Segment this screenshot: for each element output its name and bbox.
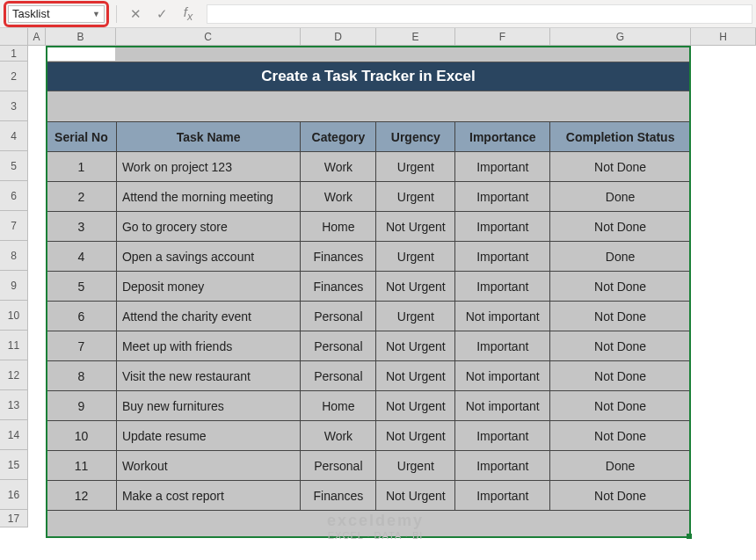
col-header-A[interactable]: A: [28, 28, 46, 45]
cell-importance[interactable]: Not important: [455, 361, 550, 391]
cell-category[interactable]: Personal: [301, 361, 376, 391]
cell-urgency[interactable]: Urgent: [376, 451, 455, 481]
cell-status[interactable]: Not Done: [550, 421, 691, 451]
row-header-4[interactable]: 4: [0, 121, 28, 151]
th-category[interactable]: Category: [301, 122, 376, 152]
cell-urgency[interactable]: Not Urgent: [376, 212, 455, 242]
cell-urgency[interactable]: Urgent: [376, 242, 455, 272]
row-header-14[interactable]: 14: [0, 420, 28, 450]
cancel-icon[interactable]: ✕: [124, 4, 147, 24]
cell-category[interactable]: Personal: [301, 302, 376, 331]
row-header-3[interactable]: 3: [0, 91, 28, 121]
cell-serial[interactable]: 11: [47, 451, 117, 481]
cell-importance[interactable]: Important: [455, 212, 550, 242]
cell-status[interactable]: Not Done: [550, 391, 691, 421]
cell-status[interactable]: Not Done: [550, 302, 691, 331]
cell-serial[interactable]: 12: [47, 481, 117, 511]
cell-importance[interactable]: Important: [455, 451, 550, 481]
cell-category[interactable]: Personal: [301, 451, 376, 481]
cell-urgency[interactable]: Not Urgent: [376, 272, 455, 302]
cell-task[interactable]: Update resume: [116, 421, 301, 451]
cell-task[interactable]: Attend the morning meeting: [116, 182, 301, 212]
row-header-17[interactable]: 17: [0, 510, 28, 527]
cell-serial[interactable]: 10: [47, 421, 117, 451]
cell-serial[interactable]: 2: [47, 182, 117, 212]
th-urgency[interactable]: Urgency: [376, 122, 455, 152]
row-header-7[interactable]: 7: [0, 211, 28, 241]
row-header-1[interactable]: 1: [0, 46, 28, 62]
cell-urgency[interactable]: Not Urgent: [376, 361, 455, 391]
cell-category[interactable]: Finances: [301, 481, 376, 511]
col-header-G[interactable]: G: [550, 28, 691, 45]
th-status[interactable]: Completion Status: [550, 122, 691, 152]
row-header-13[interactable]: 13: [0, 390, 28, 420]
cell-importance[interactable]: Important: [455, 152, 550, 182]
row-header-11[interactable]: 11: [0, 331, 28, 360]
cell-task[interactable]: Deposit money: [116, 272, 301, 302]
cell-urgency[interactable]: Urgent: [376, 302, 455, 331]
cell-task[interactable]: Meet up with friends: [116, 331, 301, 361]
cell-status[interactable]: Not Done: [550, 361, 691, 391]
cell-serial[interactable]: 5: [47, 272, 117, 302]
cell-status[interactable]: Done: [550, 451, 691, 481]
cell-task[interactable]: Go to grocery store: [116, 212, 301, 242]
cell-category[interactable]: Home: [301, 212, 376, 242]
cell-status[interactable]: Not Done: [550, 152, 691, 182]
cell-urgency[interactable]: Not Urgent: [376, 331, 455, 361]
cell-category[interactable]: Work: [301, 152, 376, 182]
row-header-5[interactable]: 5: [0, 151, 28, 181]
sheet-cells[interactable]: Create a Task Tracker in Excel Serial No…: [28, 46, 756, 527]
cell-status[interactable]: Done: [550, 182, 691, 212]
row-header-8[interactable]: 8: [0, 241, 28, 271]
select-all-corner[interactable]: [0, 28, 28, 45]
col-header-C[interactable]: C: [116, 28, 301, 45]
cell-task[interactable]: Open a savings account: [116, 242, 301, 272]
col-header-H[interactable]: H: [691, 28, 756, 45]
cell-importance[interactable]: Important: [455, 481, 550, 511]
name-box[interactable]: Tasklist ▼: [8, 5, 105, 23]
cell-task[interactable]: Attend the charity event: [116, 302, 301, 331]
cell-category[interactable]: Work: [301, 182, 376, 212]
cell-status[interactable]: Not Done: [550, 272, 691, 302]
cell-status[interactable]: Not Done: [550, 212, 691, 242]
cell-category[interactable]: Finances: [301, 272, 376, 302]
row-header-16[interactable]: 16: [0, 480, 28, 510]
th-importance[interactable]: Importance: [455, 122, 550, 152]
cell-importance[interactable]: Important: [455, 182, 550, 212]
cell-category[interactable]: Finances: [301, 242, 376, 272]
row-header-9[interactable]: 9: [0, 271, 28, 301]
cell-importance[interactable]: Important: [455, 242, 550, 272]
row-header-6[interactable]: 6: [0, 181, 28, 211]
row-header-12[interactable]: 12: [0, 360, 28, 390]
col-header-E[interactable]: E: [376, 28, 455, 45]
cell-task[interactable]: Work on project 123: [116, 152, 301, 182]
cell-serial[interactable]: 7: [47, 331, 117, 361]
th-task[interactable]: Task Name: [116, 122, 301, 152]
cell-importance[interactable]: Important: [455, 331, 550, 361]
row-header-2[interactable]: 2: [0, 62, 28, 91]
cell-serial[interactable]: 6: [47, 302, 117, 331]
cell-urgency[interactable]: Not Urgent: [376, 421, 455, 451]
cell-category[interactable]: Home: [301, 391, 376, 421]
cell-status[interactable]: Not Done: [550, 481, 691, 511]
col-header-B[interactable]: B: [46, 28, 116, 45]
cell-serial[interactable]: 4: [47, 242, 117, 272]
check-icon[interactable]: ✓: [150, 4, 173, 24]
th-serial[interactable]: Serial No: [47, 122, 117, 152]
fx-icon[interactable]: fx: [177, 4, 200, 24]
cell-importance[interactable]: Important: [455, 272, 550, 302]
col-header-F[interactable]: F: [455, 28, 550, 45]
cell-urgency[interactable]: Not Urgent: [376, 391, 455, 421]
row-header-15[interactable]: 15: [0, 450, 28, 480]
cell-category[interactable]: Work: [301, 421, 376, 451]
cell-importance[interactable]: Not important: [455, 302, 550, 331]
row-header-10[interactable]: 10: [0, 301, 28, 331]
cell-urgency[interactable]: Not Urgent: [376, 481, 455, 511]
cell-status[interactable]: Done: [550, 242, 691, 272]
title-cell[interactable]: Create a Task Tracker in Excel: [46, 62, 691, 91]
cell-importance[interactable]: Important: [455, 421, 550, 451]
cell-task[interactable]: Make a cost report: [116, 481, 301, 511]
cell-task[interactable]: Visit the new restaurant: [116, 361, 301, 391]
formula-input[interactable]: [207, 4, 752, 24]
cell-urgency[interactable]: Urgent: [376, 152, 455, 182]
